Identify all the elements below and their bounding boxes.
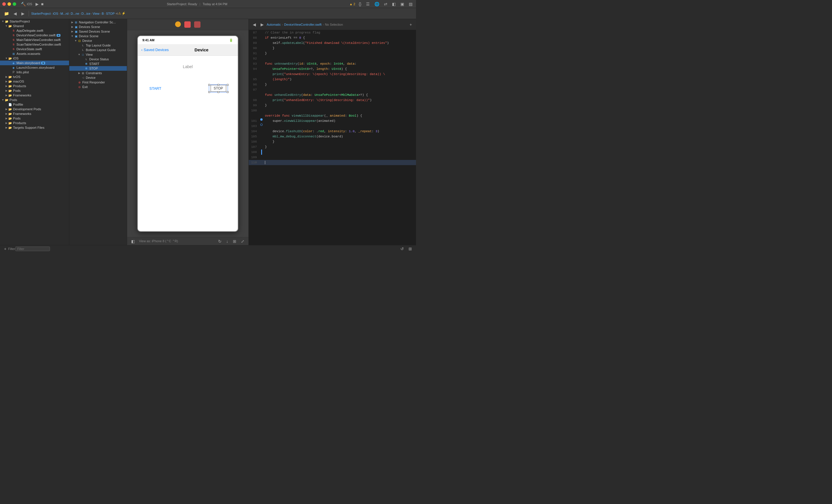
refresh-icon[interactable]: ↻ [216, 239, 223, 244]
outline-start-btn[interactable]: B START [69, 61, 127, 66]
line-content: } [264, 144, 416, 149]
tree-item-infoplist[interactable]: P Info.plist [0, 70, 69, 75]
outline-device-item[interactable]: ◁ Device [69, 75, 127, 80]
tree-item-podfile[interactable]: 📄 Podfile [0, 102, 69, 107]
outline-device-scene[interactable]: ▼ ▣ Device Scene [69, 34, 127, 38]
list-icon[interactable]: ☰ [365, 1, 371, 7]
panel-left-icon[interactable]: ◧ [391, 1, 397, 7]
yellow-circle-icon[interactable] [175, 21, 181, 27]
outline-nav-ctrl[interactable]: ▶ ⊞ Navigation Controller Sc... [69, 19, 127, 25]
tree-item-pods-root[interactable]: ▼ 📂 Pods [0, 97, 69, 102]
outline-bottom-layout[interactable]: L Bottom Layout Guide [69, 48, 127, 52]
tree-item-appdelegate[interactable]: S AppDelegate.swift [0, 28, 69, 33]
breadcrumb-mrd[interactable]: M...rd [60, 12, 69, 15]
zoom-icon[interactable]: ⤢ [239, 239, 246, 244]
tree-item-main-storyboard[interactable]: ◈ Main.storyboard M [0, 61, 69, 65]
breadcrumb-view[interactable]: View [93, 12, 100, 15]
nav-folder-icon[interactable]: 📁 [2, 11, 11, 17]
tree-item-pods2[interactable]: ▶ 📂 Pods [0, 116, 69, 121]
tree-item-launch-storyboard[interactable]: ◈ LaunchScreen.storyboard [0, 65, 69, 70]
modified-badge: M [57, 34, 60, 37]
spacer [8, 66, 11, 69]
tree-item-products2[interactable]: ▶ 📂 Products [0, 121, 69, 125]
add-icon[interactable]: + [2, 246, 8, 252]
stop-button[interactable]: ■ [40, 1, 45, 7]
item-label: View [86, 53, 93, 56]
spacer [8, 47, 11, 51]
code-line: 89 self.updateLabel("Finished download \… [249, 40, 416, 46]
start-button[interactable]: START [149, 86, 161, 91]
back-code-icon[interactable]: ◀ [251, 22, 258, 27]
tree-item-shared[interactable]: ▼ 📂 Shared [0, 24, 69, 28]
minimize-button[interactable] [7, 2, 11, 6]
forward-nav-icon[interactable]: ▶ [20, 11, 26, 17]
add-code-icon[interactable]: + [408, 22, 414, 27]
breakpoint-dot[interactable] [260, 118, 263, 121]
warnings-badge[interactable]: ▲ 2 [349, 2, 355, 6]
tree-item-starterproject[interactable]: ▼ 📁 StarterProject [0, 19, 69, 24]
outline-devices-scene[interactable]: ▶ ▣ Devices Scene [69, 25, 127, 29]
tree-item-frameworks-inner[interactable]: ▶ 📂 Frameworks [0, 93, 69, 97]
filter-input[interactable] [15, 247, 50, 251]
folder-icon: 📂 [8, 112, 12, 116]
breadcrumb-ios[interactable]: iOS [53, 12, 58, 15]
storyboard-view-icon[interactable]: ◧ [129, 239, 137, 244]
outline-exit[interactable]: ⊖ Exit [69, 85, 127, 89]
grid-icon[interactable]: ⊞ [407, 246, 414, 252]
forward-code-icon[interactable]: ▶ [259, 22, 265, 27]
breadcrumb-starter[interactable]: StarterProject [31, 12, 51, 15]
panel-right-icon[interactable]: ▨ [408, 1, 414, 7]
scene-icon: ▣ [74, 29, 78, 33]
run-button[interactable]: ▶ [34, 1, 40, 7]
breadcrumb-dne[interactable]: D...ne [71, 12, 79, 15]
canvas-size-icon[interactable]: ⊞ [231, 239, 238, 244]
tree-item-macos[interactable]: ▶ 📂 macOS [0, 79, 69, 84]
back-button[interactable]: ‹ Saved Devices [141, 48, 169, 52]
label-icon: L [84, 57, 88, 61]
maximize-button[interactable] [13, 2, 16, 6]
download-icon[interactable]: ↓ [225, 239, 230, 244]
outline-constraints[interactable]: ▶ ⊞ Constraints [69, 71, 127, 75]
tree-item-ios[interactable]: ▼ 📂 iOS [0, 56, 69, 61]
tree-item-deviceviewcontroller[interactable]: S DeviceViewController.swift M [0, 33, 69, 37]
panel-bottom-icon[interactable]: ▣ [399, 1, 405, 7]
breadcrumb-dice[interactable]: D...ice [81, 12, 90, 15]
globe-icon[interactable]: 🌐 [373, 1, 381, 7]
item-label: First Responder [82, 81, 105, 84]
outline-top-layout[interactable]: L Top Layout Guide [69, 43, 127, 48]
tree-item-products[interactable]: ▶ 📂 Products [0, 84, 69, 88]
code-icon[interactable]: {} [358, 1, 363, 7]
breakpoint-dot-outline[interactable] [260, 123, 263, 126]
tree-item-pods-inner[interactable]: ▶ 📂 Pods [0, 88, 69, 93]
outline-saved-devices-scene[interactable]: ▶ ▣ Saved Devices Scene [69, 29, 127, 34]
back-nav-icon[interactable]: ◀ [12, 11, 19, 17]
tree-item-targets[interactable]: ▶ 📂 Targets Support Files [0, 125, 69, 130]
breadcrumb-b[interactable]: B [102, 12, 104, 15]
tree-item-scantableviewcontroller[interactable]: S ScanTableViewController.swift [0, 42, 69, 47]
item-label: Targets Support Files [13, 126, 45, 129]
tree-item-maintableviewcontroller[interactable]: S MainTableViewController.swift [0, 37, 69, 42]
tree-item-tvos[interactable]: ▶ 📂 tvOS [0, 75, 69, 79]
outline-device-status[interactable]: L Device Status [69, 57, 127, 61]
stop-button[interactable]: STOP [211, 85, 226, 92]
tree-item-devpods[interactable]: ▶ 📂 Development Pods [0, 107, 69, 111]
arrow-icon[interactable]: ⇄ [383, 1, 389, 7]
close-button[interactable] [2, 2, 6, 6]
arrow-icon: ▶ [5, 126, 8, 129]
outline-first-responder[interactable]: ⊕ First Responder [69, 80, 127, 85]
outline-device-ctrl[interactable]: ▼ ⊡ Device [69, 38, 127, 43]
breadcrumb-stop[interactable]: STOP [106, 12, 115, 15]
arrow-icon: ▶ [5, 75, 8, 79]
tree-item-frameworks2[interactable]: ▶ 📂 Frameworks [0, 111, 69, 116]
outline-stop-btn[interactable]: B STOP [69, 66, 127, 71]
code-header: ◀ ▶ Automatic › DeviceViewController.swi… [249, 19, 416, 30]
outline-view[interactable]: ▼ □ View [69, 52, 127, 57]
history-icon[interactable]: ↺ [399, 246, 406, 252]
pink-icon[interactable] [194, 21, 201, 28]
tree-item-devicestate[interactable]: S DeviceState.swift [0, 47, 69, 51]
orange-icon[interactable] [184, 21, 191, 28]
tree-item-assets[interactable]: ⊞ Assets.xcassets [0, 51, 69, 56]
item-label: Assets.xcassets [17, 52, 40, 55]
line-content: print("unhandledEntry: \(String(describi… [264, 97, 416, 103]
code-line: 90 } [249, 46, 416, 51]
